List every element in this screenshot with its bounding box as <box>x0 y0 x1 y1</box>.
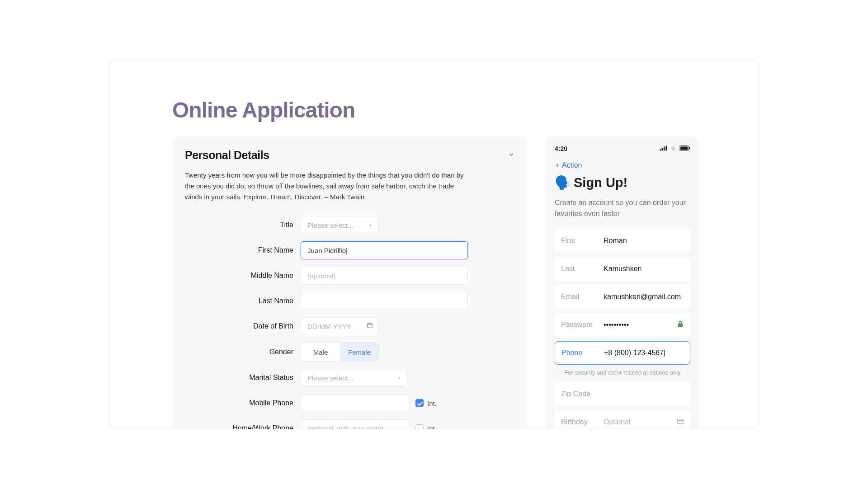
marital-select[interactable]: Please select... <box>301 369 407 387</box>
m-phone-label: Phone <box>561 349 604 357</box>
m-phone-value: +8 (800) 123-4567| <box>604 349 684 357</box>
m-first-label: First <box>561 237 604 245</box>
last-name-input[interactable] <box>301 292 468 310</box>
personal-details-panel: Personal Details Twenty years from now y… <box>172 137 528 429</box>
dropdown-arrow-icon <box>397 374 401 382</box>
m-phone-field[interactable]: Phone +8 (800) 123-4567| <box>555 341 690 365</box>
last-name-label: Last Name <box>185 297 293 305</box>
marital-select-placeholder: Please select... <box>307 374 354 382</box>
signal-icon <box>660 145 667 152</box>
m-zip-field[interactable]: Zip Code <box>555 382 690 406</box>
homework-phone-label: Home/Work Phone <box>185 424 293 429</box>
svg-rect-12 <box>678 419 683 424</box>
mobile-int-checkbox[interactable] <box>415 399 424 407</box>
mobile-title: 🗣️ Sign Up! <box>555 175 690 190</box>
gender-female-button[interactable]: Female <box>340 343 379 361</box>
homework-int-checkbox[interactable] <box>415 424 424 429</box>
mobile-subtitle: Create an account so you can order your … <box>555 197 690 219</box>
middle-name-input[interactable] <box>301 267 468 285</box>
first-name-label: First Name <box>185 246 293 254</box>
gender-group: Male Female <box>301 343 379 361</box>
m-last-field[interactable]: Last Kamushken <box>555 257 690 281</box>
m-last-value: Kamushken <box>604 265 684 273</box>
m-email-value: kamushken@gmail.com <box>604 293 684 301</box>
status-bar: 4:20 <box>555 145 690 152</box>
middle-name-label: Middle Name <box>185 272 293 280</box>
m-zip-label: Zip Code <box>561 390 590 398</box>
svg-rect-6 <box>664 146 665 150</box>
title-select[interactable]: Please select... <box>301 216 378 234</box>
calendar-icon[interactable] <box>367 322 373 330</box>
m-birthday-placeholder: Optional <box>604 418 684 426</box>
title-label: Title <box>185 221 293 229</box>
m-last-label: Last <box>561 265 604 273</box>
homework-int-label: Int. <box>427 425 437 430</box>
app-frame: Online Application Personal Details Twen… <box>108 59 760 429</box>
svg-rect-5 <box>661 148 663 150</box>
gender-male-button[interactable]: Male <box>301 343 340 361</box>
back-button[interactable]: Action <box>555 161 690 169</box>
svg-rect-4 <box>660 149 661 151</box>
mobile-int-label: Int. <box>427 399 437 407</box>
svg-rect-0 <box>368 324 373 328</box>
m-first-field[interactable]: First Roman <box>555 229 690 253</box>
svg-point-8 <box>673 150 674 150</box>
mobile-signup-panel: 4:20 Action 🗣️ Sign Up! Create an accoun… <box>546 137 699 429</box>
m-email-field[interactable]: Email kamushken@gmail.com <box>555 285 690 309</box>
svg-rect-7 <box>665 146 667 151</box>
m-phone-caption: For security and order related questions… <box>555 369 690 376</box>
m-birthday-label: Birthday <box>561 418 604 426</box>
m-first-value: Roman <box>604 237 684 245</box>
mobile-phone-label: Mobile Phone <box>185 399 293 407</box>
panel-heading: Personal Details <box>185 149 269 162</box>
svg-rect-11 <box>689 147 690 150</box>
gender-label: Gender <box>185 348 293 356</box>
page-title: Online Application <box>109 59 759 122</box>
mobile-phone-input[interactable] <box>301 394 409 412</box>
calendar-icon[interactable] <box>677 418 684 427</box>
svg-rect-10 <box>680 146 688 150</box>
m-password-field[interactable]: Password •••••••••• <box>555 313 690 337</box>
m-birthday-field[interactable]: Birthday Optional <box>555 410 690 429</box>
m-password-label: Password <box>561 321 604 329</box>
m-email-label: Email <box>561 293 604 301</box>
panel-description: Twenty years from now you will be more d… <box>185 170 465 202</box>
collapse-chevron-icon[interactable] <box>508 151 515 160</box>
back-label: Action <box>562 161 582 169</box>
content-row: Personal Details Twenty years from now y… <box>109 122 759 429</box>
speaking-head-icon: 🗣️ <box>555 175 571 190</box>
status-time: 4:20 <box>555 145 567 152</box>
battery-icon <box>679 145 690 152</box>
wifi-icon <box>670 145 677 152</box>
m-password-value: •••••••••• <box>604 321 684 329</box>
lock-icon <box>677 320 684 329</box>
dob-label: Date of Birth <box>185 322 293 330</box>
dropdown-arrow-icon <box>368 221 373 229</box>
marital-label: Marital Status <box>185 374 293 382</box>
title-select-placeholder: Please select... <box>307 221 354 229</box>
homework-phone-input[interactable] <box>301 419 409 429</box>
first-name-input[interactable] <box>301 241 468 259</box>
mobile-title-text: Sign Up! <box>574 175 627 190</box>
